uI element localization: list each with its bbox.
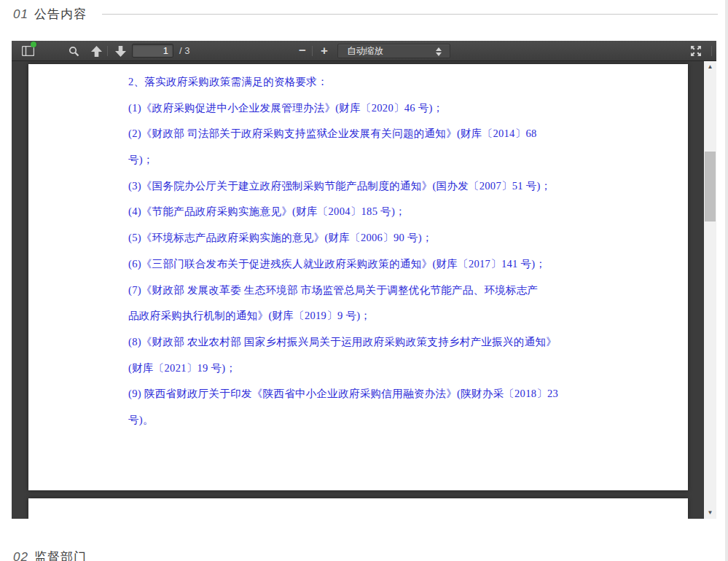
document-line: (8)《财政部 农业农村部 国家乡村振兴局关于运用政府采购政策支持乡村产业振兴的… bbox=[128, 329, 673, 356]
zoom-in-button[interactable]: + bbox=[316, 42, 332, 60]
viewer-scrollbar[interactable]: ▲ ▼ bbox=[704, 61, 716, 519]
pdf-viewer-body: 2、落实政府采购政策需满足的资格要求： (1)《政府采购促进中小企业发展管理办法… bbox=[12, 61, 716, 519]
search-button[interactable] bbox=[64, 42, 83, 60]
next-page-button[interactable] bbox=[111, 42, 129, 60]
document-line: (6)《三部门联合发布关于促进残疾人就业政府采购政策的通知》(财库〔2017〕1… bbox=[128, 251, 673, 278]
document-line: (3)《国务院办公厅关于建立政府强制采购节能产品制度的通知》(国办发〔2007〕… bbox=[128, 173, 673, 200]
toolbar-separator bbox=[107, 46, 108, 56]
document-text: 2、落实政府采购政策需满足的资格要求： (1)《政府采购促进中小企业发展管理办法… bbox=[128, 69, 673, 434]
arrow-up-icon bbox=[91, 46, 102, 57]
pdf-page-2 bbox=[28, 498, 688, 519]
document-line: (1)《政府采购促进中小企业发展管理办法》(财库〔2020〕46 号)； bbox=[128, 95, 673, 122]
previous-page-button[interactable] bbox=[87, 42, 105, 60]
scrollbar-thumb[interactable] bbox=[705, 152, 716, 221]
pdf-toolbar: / 3 − + 自动缩放 bbox=[12, 41, 716, 61]
document-line: (7)《财政部 发展改革委 生态环境部 市场监管总局关于调整优化节能产品、环境标… bbox=[128, 278, 673, 304]
section-title: 监督部门 bbox=[34, 550, 87, 561]
fullscreen-button[interactable] bbox=[686, 42, 705, 60]
zoom-scale-value: 自动缩放 bbox=[347, 46, 383, 56]
arrow-down-icon bbox=[115, 46, 126, 57]
document-line: 品政府采购执行机制的通知》(财库〔2019〕9 号)； bbox=[128, 303, 673, 329]
page-number-input[interactable] bbox=[132, 44, 173, 58]
section-heading-supervision: 02监督部门 bbox=[13, 549, 87, 561]
heading-rule bbox=[102, 14, 718, 15]
section-title: 公告内容 bbox=[34, 7, 87, 21]
search-icon bbox=[69, 46, 79, 57]
pdf-page-1: 2、落实政府采购政策需满足的资格要求： (1)《政府采购促进中小企业发展管理办法… bbox=[28, 64, 688, 490]
section-number: 01 bbox=[13, 7, 28, 21]
document-line: 号)； bbox=[128, 147, 673, 173]
document-line: 2、落实政府采购政策需满足的资格要求： bbox=[128, 69, 673, 95]
page: 01公告内容 bbox=[0, 0, 728, 561]
document-line: (5)《环境标志产品政府采购实施的意见》(财库〔2006〕90 号)； bbox=[128, 225, 673, 251]
document-line: (2)《财政部 司法部关于政府采购支持监狱企业发展有关问题的通知》(财库〔201… bbox=[128, 121, 673, 147]
scroll-down-arrow-icon[interactable]: ▼ bbox=[704, 507, 716, 519]
section-number: 02 bbox=[13, 550, 28, 561]
page-count-label: / 3 bbox=[179, 45, 189, 56]
window-edge-strip bbox=[725, 0, 728, 561]
document-line: (财库〔2021〕19 号)； bbox=[128, 356, 673, 382]
pdf-viewer: / 3 − + 自动缩放 bbox=[12, 41, 716, 519]
zoom-scale-select[interactable]: 自动缩放 bbox=[337, 44, 450, 58]
toolbar-separator bbox=[312, 46, 313, 56]
document-line: (9) 陕西省财政厅关于印发《陕西省中小企业政府采购信用融资办法》(陕财办采〔2… bbox=[128, 381, 673, 407]
document-line: (4)《节能产品政府采购实施意见》(财库〔2004〕185 号)； bbox=[128, 199, 673, 225]
zoom-out-button[interactable]: − bbox=[294, 42, 310, 60]
section-heading-announcement: 01公告内容 bbox=[13, 6, 87, 22]
toolbar-separator bbox=[711, 46, 712, 56]
document-line: 号)。 bbox=[128, 407, 673, 434]
sidebar-icon bbox=[22, 46, 34, 56]
fullscreen-expand-icon bbox=[690, 45, 702, 57]
scroll-up-arrow-icon[interactable]: ▲ bbox=[704, 61, 716, 73]
chevron-up-down-icon bbox=[436, 47, 442, 57]
sidebar-notification-dot bbox=[31, 42, 36, 47]
sidebar-toggle-button[interactable] bbox=[17, 42, 38, 60]
